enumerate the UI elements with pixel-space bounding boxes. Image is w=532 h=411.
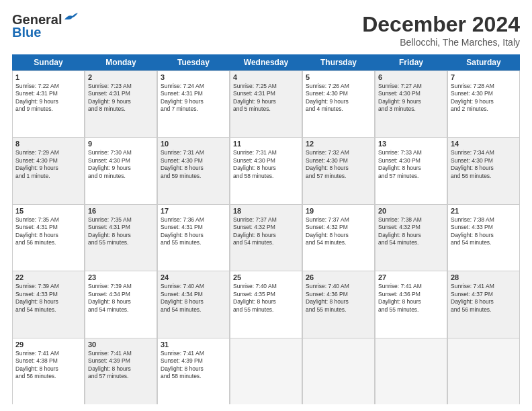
day-26: 26 Sunrise: 7:40 AMSunset: 4:36 PMDaylig… [302, 271, 375, 337]
week-1: 1 Sunrise: 7:22 AMSunset: 4:31 PMDayligh… [12, 71, 520, 138]
logo: General Blue [12, 12, 78, 40]
day-2: 2 Sunrise: 7:23 AMSunset: 4:31 PMDayligh… [85, 71, 157, 137]
day-28: 28 Sunrise: 7:41 AMSunset: 4:37 PMDaylig… [447, 271, 520, 337]
page: General Blue December 2024 Bellocchi, Th… [0, 0, 532, 411]
dow-sunday: Sunday [12, 54, 85, 71]
day-25: 25 Sunrise: 7:40 AMSunset: 4:35 PMDaylig… [230, 271, 302, 337]
week-4: 22 Sunrise: 7:39 AMSunset: 4:33 PMDaylig… [12, 271, 520, 338]
day-31: 31 Sunrise: 7:41 AMSunset: 4:39 PMDaylig… [157, 338, 230, 404]
day-9: 9 Sunrise: 7:30 AMSunset: 4:30 PMDayligh… [85, 138, 157, 203]
dow-tuesday: Tuesday [157, 54, 230, 71]
day-18: 18 Sunrise: 7:37 AMSunset: 4:32 PMDaylig… [230, 205, 302, 271]
day-8: 8 Sunrise: 7:29 AMSunset: 4:30 PMDayligh… [12, 138, 85, 203]
day-29: 29 Sunrise: 7:41 AMSunset: 4:38 PMDaylig… [12, 338, 85, 404]
day-6: 6 Sunrise: 7:27 AMSunset: 4:30 PMDayligh… [375, 71, 447, 137]
day-1: 1 Sunrise: 7:22 AMSunset: 4:31 PMDayligh… [12, 71, 85, 137]
month-title: December 2024 [362, 12, 520, 37]
day-17: 17 Sunrise: 7:36 AMSunset: 4:31 PMDaylig… [157, 205, 230, 271]
logo-blue: Blue [12, 25, 41, 40]
dow-thursday: Thursday [302, 54, 375, 71]
day-11: 11 Sunrise: 7:31 AMSunset: 4:30 PMDaylig… [230, 138, 302, 203]
day-19: 19 Sunrise: 7:37 AMSunset: 4:32 PMDaylig… [302, 205, 375, 271]
logo-bird-icon [63, 13, 78, 25]
day-30: 30 Sunrise: 7:41 AMSunset: 4:39 PMDaylig… [85, 338, 157, 404]
day-21: 21 Sunrise: 7:38 AMSunset: 4:33 PMDaylig… [447, 205, 520, 271]
calendar-header: Sunday Monday Tuesday Wednesday Thursday… [12, 54, 520, 71]
day-empty-3 [375, 338, 447, 404]
header: General Blue December 2024 Bellocchi, Th… [12, 12, 520, 48]
day-7: 7 Sunrise: 7:28 AMSunset: 4:30 PMDayligh… [447, 71, 520, 137]
location: Bellocchi, The Marches, Italy [362, 37, 520, 48]
day-empty-2 [302, 338, 375, 404]
day-10: 10 Sunrise: 7:31 AMSunset: 4:30 PMDaylig… [157, 138, 230, 203]
week-3: 15 Sunrise: 7:35 AMSunset: 4:31 PMDaylig… [12, 205, 520, 271]
day-23: 23 Sunrise: 7:39 AMSunset: 4:34 PMDaylig… [85, 271, 157, 337]
calendar-body: 1 Sunrise: 7:22 AMSunset: 4:31 PMDayligh… [12, 71, 520, 404]
dow-saturday: Saturday [447, 54, 520, 71]
day-5: 5 Sunrise: 7:26 AMSunset: 4:30 PMDayligh… [302, 71, 375, 137]
day-16: 16 Sunrise: 7:35 AMSunset: 4:31 PMDaylig… [85, 205, 157, 271]
dow-monday: Monday [85, 54, 157, 71]
day-3: 3 Sunrise: 7:24 AMSunset: 4:31 PMDayligh… [157, 71, 230, 137]
day-20: 20 Sunrise: 7:38 AMSunset: 4:32 PMDaylig… [375, 205, 447, 271]
day-12: 12 Sunrise: 7:32 AMSunset: 4:30 PMDaylig… [302, 138, 375, 203]
day-27: 27 Sunrise: 7:41 AMSunset: 4:36 PMDaylig… [375, 271, 447, 337]
week-5: 29 Sunrise: 7:41 AMSunset: 4:38 PMDaylig… [12, 338, 520, 404]
day-13: 13 Sunrise: 7:33 AMSunset: 4:30 PMDaylig… [375, 138, 447, 203]
week-2: 8 Sunrise: 7:29 AMSunset: 4:30 PMDayligh… [12, 138, 520, 204]
day-14: 14 Sunrise: 7:34 AMSunset: 4:30 PMDaylig… [447, 138, 520, 203]
day-4: 4 Sunrise: 7:25 AMSunset: 4:31 PMDayligh… [230, 71, 302, 137]
day-empty-1 [230, 338, 302, 404]
day-22: 22 Sunrise: 7:39 AMSunset: 4:33 PMDaylig… [12, 271, 85, 337]
day-15: 15 Sunrise: 7:35 AMSunset: 4:31 PMDaylig… [12, 205, 85, 271]
dow-friday: Friday [375, 54, 447, 71]
dow-wednesday: Wednesday [230, 54, 302, 71]
day-empty-4 [447, 338, 520, 404]
title-block: December 2024 Bellocchi, The Marches, It… [362, 12, 520, 48]
day-24: 24 Sunrise: 7:40 AMSunset: 4:34 PMDaylig… [157, 271, 230, 337]
calendar: Sunday Monday Tuesday Wednesday Thursday… [12, 54, 520, 404]
